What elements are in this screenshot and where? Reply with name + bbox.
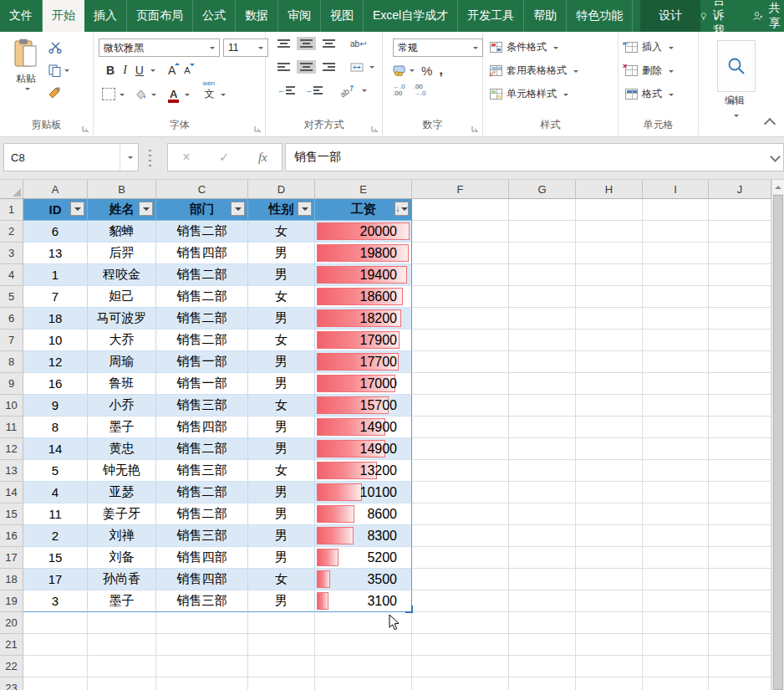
cell-C3[interactable]: 销售四部 — [156, 243, 248, 264]
cell-B15[interactable]: 姜子牙 — [88, 503, 156, 525]
editing-caret-icon[interactable] — [699, 109, 771, 120]
ribbon-tab-5[interactable]: 数据 — [236, 0, 278, 32]
cell-D10[interactable]: 女 — [248, 395, 315, 417]
col-header-F[interactable]: F — [412, 180, 509, 199]
cell-styles-button[interactable]: 单元格样式 — [490, 87, 568, 101]
cell-I15[interactable] — [643, 503, 709, 525]
cell-G17[interactable] — [509, 547, 576, 569]
cell-E16[interactable]: 8300 — [315, 525, 412, 547]
cell-H7[interactable] — [576, 330, 643, 351]
cell-D19[interactable]: 男 — [248, 590, 315, 612]
row-header-3[interactable]: 3 — [0, 243, 23, 264]
cell-A7[interactable]: 10 — [23, 330, 88, 351]
cell-A13[interactable]: 5 — [23, 460, 88, 482]
cell-I20[interactable] — [643, 612, 709, 634]
cell-E17[interactable]: 5200 — [315, 547, 412, 569]
cell-I12[interactable] — [643, 438, 709, 460]
clipboard-dialog-launcher-icon[interactable] — [82, 124, 90, 132]
shrink-font-button[interactable]: A — [180, 65, 194, 75]
cell-G19[interactable] — [509, 590, 576, 612]
cell-H14[interactable] — [576, 482, 643, 503]
borders-icon[interactable] — [102, 88, 115, 100]
row-header-16[interactable]: 16 — [0, 525, 23, 547]
cell-C12[interactable]: 销售二部 — [156, 438, 248, 460]
cell-J13[interactable] — [709, 460, 771, 482]
ribbon-tab-0[interactable]: 文件 — [0, 0, 43, 32]
cell-F15[interactable] — [412, 503, 509, 525]
cell-D18[interactable]: 女 — [248, 569, 315, 590]
cell-D5[interactable]: 女 — [248, 286, 315, 308]
cell-H22[interactable] — [576, 656, 643, 677]
cell-I11[interactable] — [643, 417, 709, 438]
cell-H13[interactable] — [576, 460, 643, 482]
cell-C7[interactable]: 销售二部 — [156, 330, 248, 351]
cell-D17[interactable]: 男 — [248, 547, 315, 569]
cell-A9[interactable]: 16 — [23, 373, 88, 395]
col-header-E[interactable]: E — [315, 180, 412, 199]
enter-button[interactable]: ✓ — [219, 150, 230, 165]
bold-button[interactable]: B — [102, 64, 119, 77]
cell-J10[interactable] — [709, 395, 771, 417]
row-header-10[interactable]: 10 — [0, 395, 23, 417]
cell-G23[interactable] — [509, 677, 576, 690]
cell-H4[interactable] — [576, 264, 643, 286]
ribbon-tab-7[interactable]: 视图 — [321, 0, 364, 32]
cell-D14[interactable]: 男 — [248, 482, 315, 503]
cell-E11[interactable]: 14900 — [315, 417, 412, 438]
row-header-12[interactable]: 12 — [0, 438, 23, 460]
cell-E4[interactable]: 19400 — [315, 264, 412, 286]
phonetic-caret-icon[interactable] — [221, 94, 226, 99]
number-dialog-launcher-icon[interactable] — [471, 124, 480, 132]
cell-J6[interactable] — [709, 308, 771, 330]
cell-J21[interactable] — [709, 634, 771, 656]
cell-H3[interactable] — [576, 243, 643, 264]
cell-F1[interactable] — [412, 199, 509, 221]
cell-H8[interactable] — [576, 351, 643, 373]
cell-G7[interactable] — [509, 330, 576, 351]
cell-F8[interactable] — [412, 351, 509, 373]
cell-G15[interactable] — [509, 503, 576, 525]
underline-caret-icon[interactable] — [150, 69, 155, 74]
cell-E10[interactable]: 15700 — [315, 395, 412, 417]
conditional-formatting-button[interactable]: 条件格式 — [490, 40, 558, 54]
cell-I23[interactable] — [643, 677, 709, 690]
cell-H16[interactable] — [576, 525, 643, 547]
cell-F13[interactable] — [412, 460, 509, 482]
insert-cells-button[interactable]: ⇤ 插入 — [625, 40, 674, 54]
cell-C4[interactable]: 销售二部 — [156, 264, 248, 286]
cut-button[interactable] — [48, 40, 69, 55]
cell-E14[interactable]: 10100 — [315, 482, 412, 503]
cell-H21[interactable] — [576, 634, 643, 656]
cell-B3[interactable]: 后羿 — [88, 243, 156, 264]
cell-E13[interactable]: 13200 — [315, 460, 412, 482]
cell-B18[interactable]: 孙尚香 — [88, 569, 156, 590]
select-all-corner[interactable] — [0, 180, 23, 199]
cell-J22[interactable] — [709, 656, 771, 677]
grow-font-button[interactable]: A — [164, 64, 180, 77]
cell-I14[interactable] — [643, 482, 709, 503]
cell-E8[interactable]: 17700 — [315, 351, 412, 373]
cell-I16[interactable] — [643, 525, 709, 547]
cell-E21[interactable] — [315, 634, 412, 656]
ribbon-tab-10[interactable]: 帮助 — [524, 0, 567, 32]
decrease-indent-button[interactable]: ← — [274, 84, 298, 97]
cell-H6[interactable] — [576, 308, 643, 330]
cell-A22[interactable] — [23, 656, 88, 677]
cell-G6[interactable] — [509, 308, 576, 330]
cell-A12[interactable]: 14 — [23, 438, 88, 460]
cell-B10[interactable]: 小乔 — [88, 395, 156, 417]
filter-button[interactable] — [298, 202, 312, 216]
delete-cells-button[interactable]: × 删除 — [625, 64, 674, 78]
name-box[interactable]: C8 — [3, 143, 139, 171]
ribbon-tab-1[interactable]: 开始 — [43, 0, 84, 32]
row-header-2[interactable]: 2 — [0, 221, 23, 243]
cell-C8[interactable]: 销售一部 — [156, 351, 248, 373]
cell-J4[interactable] — [709, 264, 771, 286]
cell-D22[interactable] — [248, 656, 315, 677]
cell-C18[interactable]: 销售四部 — [156, 569, 248, 590]
cell-A23[interactable] — [23, 677, 88, 690]
insert-function-button[interactable]: fx — [258, 151, 267, 165]
cancel-button[interactable]: × — [182, 150, 190, 165]
col-header-H[interactable]: H — [576, 180, 643, 199]
format-as-table-button[interactable]: 🖉 套用表格格式 — [490, 64, 578, 78]
